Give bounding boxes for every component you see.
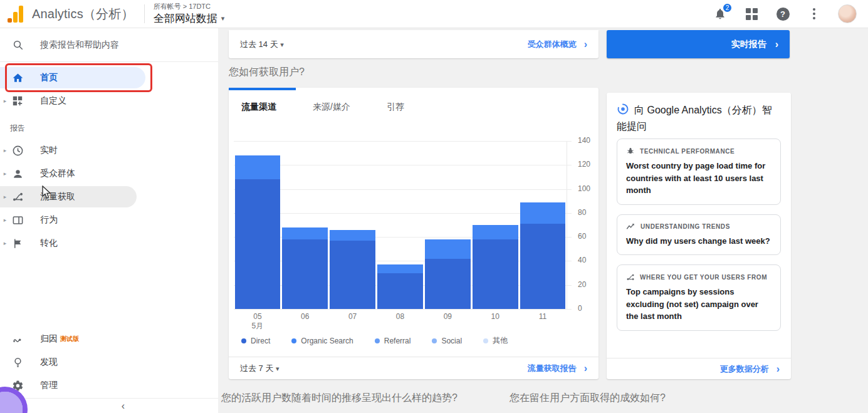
sidebar-item-label: 首页	[40, 72, 58, 83]
expand-arrow-icon: ▸	[0, 194, 10, 200]
attribution-icon	[11, 333, 24, 345]
share-icon	[626, 273, 635, 281]
chevron-right-icon: ›	[584, 363, 587, 374]
gridline	[234, 141, 572, 142]
trend-icon	[626, 222, 635, 231]
chart-legend: DirectOrganic SearchReferralSocial其他	[241, 335, 508, 346]
x-tick-label: 10	[471, 312, 519, 321]
more-insights-link[interactable]: 更多数据分析 ›	[720, 363, 780, 375]
sidebar-item-customization[interactable]: ▸ 自定义	[0, 90, 218, 112]
sidebar-item-acquisition[interactable]: ▸ 流量获取	[0, 186, 218, 207]
sidebar-item-behavior[interactable]: ▸ 行为	[0, 209, 218, 231]
expand-arrow-icon: ▸	[0, 147, 10, 154]
more-options-button[interactable]	[807, 6, 822, 21]
intelligence-question-card[interactable]: WHERE YOU GET YOUR USERS FROM Top campai…	[617, 264, 781, 331]
sidebar-item-conversions[interactable]: ▸ 转化	[0, 233, 218, 254]
chevron-down-icon: ▾	[280, 41, 284, 48]
tab-referrals[interactable]: 引荐	[387, 102, 404, 113]
acquisition-icon	[11, 191, 24, 203]
sidebar-item-audience[interactable]: ▸ 受众群体	[0, 163, 218, 184]
bar-segment-direct	[473, 239, 518, 309]
date-range-selector[interactable]: 过去 14 天 ▾	[240, 39, 284, 50]
expand-arrow-icon: ▸	[0, 170, 10, 177]
apps-grid-button[interactable]	[744, 6, 759, 21]
legend-dot	[375, 338, 380, 343]
expand-arrow-icon: ▸	[0, 98, 10, 104]
notifications-button[interactable]: 2	[713, 6, 728, 21]
flag-icon	[11, 237, 24, 249]
date-range-selector[interactable]: 过去 7 天 ▾	[240, 363, 280, 374]
sidebar-item-label: 转化	[40, 238, 58, 249]
y-tick-label: 60	[578, 232, 586, 241]
sidebar-item-label: 行为	[40, 214, 58, 226]
x-tick-label: 06	[281, 312, 329, 321]
tab-source-medium[interactable]: 来源/媒介	[313, 102, 350, 113]
help-button[interactable]: ?	[775, 6, 790, 21]
app-title: Analytics（分析）	[32, 6, 134, 23]
apps-grid-icon	[746, 8, 758, 20]
avatar[interactable]	[838, 4, 857, 23]
intelligence-question-card[interactable]: TECHNICAL PERFORMANCE Worst country by p…	[617, 139, 781, 205]
chart-card-footer: 过去 7 天 ▾ 流量获取报告 ›	[229, 357, 599, 379]
sidebar-item-admin[interactable]: 管理	[0, 375, 218, 396]
clock-icon	[11, 144, 24, 157]
search-icon	[13, 39, 24, 51]
realtime-report-button[interactable]: 实时报告 ›	[607, 30, 790, 58]
section-title-retention: 您在留住用户方面取得的成效如何?	[510, 392, 666, 405]
y-tick-label: 80	[578, 208, 586, 217]
legend-dot	[432, 338, 437, 343]
audience-overview-link[interactable]: 受众群体概览 ›	[528, 39, 587, 50]
legend-item: 其他	[483, 335, 508, 346]
sidebar-item-realtime[interactable]: ▸ 实时	[0, 140, 218, 161]
sidebar: 搜索报告和帮助内容 首页 ▸ 自定义 报告 ▸ 实时	[0, 28, 218, 413]
logo-bar	[19, 6, 23, 23]
bar-segment-direct	[330, 241, 375, 309]
sidebar-item-label: 自定义	[40, 95, 66, 107]
account-breadcrumb: 所有帐号 > 17DTC	[154, 2, 225, 11]
y-tick-label: 100	[578, 184, 590, 193]
analytics-intelligence-card: 向 Google Analytics（分析）智能提问 TECHNICAL PER…	[607, 93, 791, 379]
expand-arrow-icon: ▸	[0, 217, 10, 223]
collapse-sidebar-button[interactable]: ‹	[122, 400, 125, 412]
legend-item: Social	[432, 337, 462, 345]
acquisition-report-link[interactable]: 流量获取报告 ›	[528, 363, 587, 374]
sidebar-item-discover[interactable]: 发现	[0, 352, 218, 373]
intelligence-icon	[617, 103, 629, 119]
sidebar-item-label: 受众群体	[40, 168, 75, 179]
intelligence-title: 向 Google Analytics（分析）智能提问	[607, 93, 791, 139]
account-selector[interactable]: 所有帐号 > 17DTC 全部网站数据 ▾	[154, 2, 225, 26]
chevron-down-icon: ▾	[276, 365, 280, 372]
search-input[interactable]: 搜索报告和帮助内容	[0, 28, 218, 62]
bar-segment-organic-search	[425, 239, 471, 259]
audience-overview-card: 过去 14 天 ▾ 受众群体概览 ›	[229, 30, 599, 58]
help-icon: ?	[776, 8, 790, 21]
analytics-logo-icon[interactable]	[8, 6, 23, 23]
mouse-cursor-icon	[41, 186, 53, 199]
sidebar-item-home[interactable]: 首页	[0, 67, 218, 88]
bug-icon	[626, 147, 635, 155]
x-axis-month-label: 5月	[234, 321, 281, 332]
bar-segment-organic-search	[282, 227, 328, 239]
intelligence-question-card[interactable]: UNDERSTANDING TRENDS Why did my users ch…	[617, 214, 781, 256]
customization-icon	[11, 95, 24, 107]
chevron-right-icon: ›	[584, 39, 587, 50]
person-icon	[11, 167, 24, 180]
bar-segment-organic-search	[473, 225, 518, 239]
section-title-active-users: 您的活跃用户数随着时间的推移呈现出什么样的趋势?	[221, 392, 458, 405]
sidebar-item-label: 发现	[40, 357, 58, 368]
beta-badge: 测试版	[60, 335, 79, 343]
question-category: UNDERSTANDING TRENDS	[641, 223, 730, 230]
sidebar-item-attribution[interactable]: 归因 测试版	[0, 328, 218, 350]
gridline	[234, 309, 572, 310]
bar-segment-organic-search	[377, 264, 423, 273]
question-category: TECHNICAL PERFORMANCE	[640, 148, 735, 155]
notification-badge: 2	[722, 3, 733, 13]
home-icon	[11, 71, 24, 84]
legend-item: Referral	[375, 337, 411, 345]
tab-traffic-channels[interactable]: 流量渠道	[241, 102, 276, 113]
y-tick-label: 140	[578, 136, 590, 145]
legend-dot	[241, 338, 246, 343]
x-tick-label: 055月	[234, 312, 281, 332]
lightbulb-icon	[11, 356, 24, 369]
x-axis-labels: 055月060708091011	[234, 312, 567, 331]
